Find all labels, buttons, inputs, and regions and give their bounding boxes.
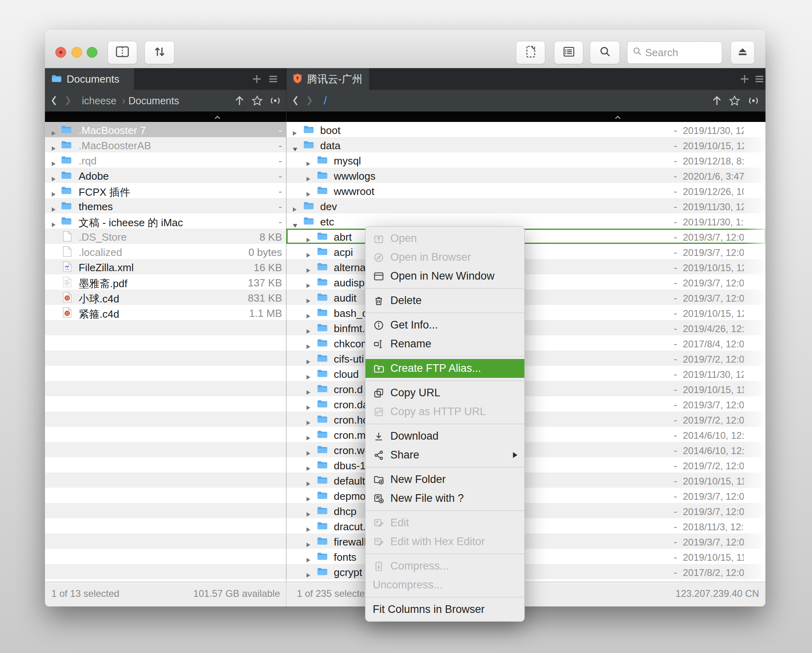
- remote-row[interactable]: wwwlogs-2020/1/6, 3:47: [286, 168, 765, 183]
- remote-row[interactable]: acpi-2019/3/7, 12:00: [286, 244, 765, 259]
- menu-item-fit-columns-in-browser[interactable]: Fit Columns in Browser: [365, 600, 524, 619]
- quick-preview-button[interactable]: [516, 41, 545, 64]
- file-row[interactable]: .localized0 bytes: [45, 244, 286, 259]
- remote-row[interactable]: wwwroot-2019/12/26, 10:: [286, 183, 765, 198]
- remote-row[interactable]: binfmt.-2019/4/26, 12:0: [286, 320, 765, 335]
- folder-icon: [317, 383, 328, 395]
- remote-row[interactable]: firewall-2019/3/7, 12:00: [286, 533, 765, 549]
- remote-row[interactable]: dhcp-2019/3/7, 12:00: [286, 503, 765, 518]
- menu-item-download[interactable]: Download: [365, 427, 524, 446]
- remote-row[interactable]: cloud-2019/11/30, 12:: [286, 366, 765, 381]
- folder-icon: [317, 551, 328, 563]
- remote-row[interactable]: cifs-uti-2019/7/2, 12:00: [286, 351, 765, 366]
- file-row[interactable]: .MacBoosterAB-: [45, 137, 286, 152]
- traffic-light-close[interactable]: [55, 47, 66, 58]
- file-date: 2019/3/7, 12:00: [683, 537, 744, 548]
- new-tab-icon[interactable]: [740, 73, 749, 87]
- tab-menu-icon[interactable]: [268, 73, 278, 87]
- remote-row[interactable]: data-2019/10/15, 12:: [286, 137, 765, 152]
- sort-caret-icon: [214, 114, 221, 122]
- file-row[interactable]: 紧箍.c4d1.1 MB: [45, 305, 286, 320]
- file-row[interactable]: 文稿 - icheese 的 iMac-: [45, 213, 286, 229]
- back-icon[interactable]: [51, 90, 58, 112]
- disconnect-button[interactable]: [731, 41, 755, 64]
- remote-path[interactable]: /: [324, 90, 327, 112]
- broadcast-icon[interactable]: [746, 90, 761, 112]
- column-header[interactable]: [45, 112, 765, 122]
- file-row[interactable]: 墨雅斋.pdf137 KB: [45, 274, 286, 290]
- menu-item-open-in-new-window[interactable]: Open in New Window: [365, 267, 524, 286]
- breadcrumb-parent[interactable]: icheese: [82, 90, 116, 112]
- remote-row[interactable]: dbus-1-2019/7/2, 12:00: [286, 457, 765, 473]
- traffic-light-zoom[interactable]: [87, 47, 97, 58]
- file-row[interactable]: FCPX 插件-: [45, 183, 286, 198]
- file-date: 2019/3/7, 12:00: [683, 491, 744, 502]
- parent-folder-icon[interactable]: [712, 90, 722, 112]
- remote-row[interactable]: default-2019/10/15, 11:5: [286, 473, 765, 488]
- menu-item-delete[interactable]: Delete: [365, 291, 524, 310]
- menu-item-new-file-with[interactable]: New File with ?: [365, 489, 524, 508]
- file-row[interactable]: themes-: [45, 198, 286, 213]
- remote-row[interactable]: audit-2019/3/7, 12:00: [286, 290, 765, 305]
- remote-row[interactable]: cron.d-2019/10/15, 11:5: [286, 381, 765, 396]
- file-row[interactable]: .rqd-: [45, 152, 286, 168]
- parent-folder-icon[interactable]: [234, 90, 245, 112]
- folder-icon: [61, 154, 72, 167]
- file-row[interactable]: FileZilla.xml16 KB: [45, 259, 286, 274]
- remote-row[interactable]: dracut.-2018/11/3, 12:0: [286, 518, 765, 533]
- new-tab-icon[interactable]: [252, 73, 262, 87]
- file-size: -: [661, 521, 677, 533]
- transfer-arrows-icon: [153, 46, 166, 59]
- split-view-button[interactable]: [108, 41, 137, 64]
- tab-menu-icon[interactable]: [754, 73, 765, 87]
- broadcast-icon[interactable]: [268, 90, 282, 112]
- file-row[interactable]: 小球.c4d831 KB: [45, 290, 286, 305]
- remote-row[interactable]: cron.da-2019/3/7, 12:00: [286, 396, 765, 412]
- transfers-button[interactable]: [144, 41, 175, 64]
- back-icon[interactable]: [292, 90, 299, 112]
- menu-item-rename[interactable]: Rename: [365, 335, 524, 353]
- doc-icon: [63, 231, 72, 245]
- remote-row[interactable]: boot-2019/11/30, 12:: [286, 122, 765, 137]
- remote-row[interactable]: cron.ho-2019/7/2, 12:00: [286, 412, 765, 427]
- remote-row[interactable]: etc-2019/11/30, 1:0: [286, 213, 765, 229]
- activity-list-button[interactable]: [554, 41, 583, 64]
- menu-item-get-info[interactable]: Get Info...: [365, 316, 524, 335]
- file-row[interactable]: Adobe-: [45, 168, 286, 183]
- remote-row[interactable]: cron.we-2014/6/10, 12:0: [286, 442, 765, 457]
- file-name: .localized: [79, 246, 122, 259]
- search-toggle-button[interactable]: [590, 41, 620, 64]
- remote-row[interactable]: fonts-2019/10/15, 11:5: [286, 549, 765, 564]
- remote-row[interactable]: gcrypt-2017/8/2, 12:00: [286, 564, 765, 579]
- menu-item-share[interactable]: Share: [365, 446, 524, 464]
- favorites-star-icon[interactable]: [251, 90, 263, 112]
- menu-item-copy-url[interactable]: Copy URL: [365, 383, 524, 402]
- search-input[interactable]: Search: [627, 41, 722, 64]
- remote-row[interactable]: dev-2019/11/30, 12:: [286, 198, 765, 213]
- remote-row[interactable]: abrt-2019/3/7, 12:00: [286, 229, 765, 244]
- file-row[interactable]: .MacBooster 7-: [45, 122, 286, 137]
- folder-icon: [317, 322, 328, 335]
- folder-icon: [317, 520, 328, 533]
- remote-row[interactable]: depmo-2019/3/7, 12:00: [286, 488, 765, 503]
- remote-row[interactable]: audisp-2019/3/7, 12:00: [286, 274, 765, 290]
- menu-item-create-ftp-alias[interactable]: Create FTP Alias...: [365, 359, 524, 378]
- favorites-star-icon[interactable]: [729, 90, 741, 112]
- remote-row[interactable]: mysql-2019/12/18, 8:4: [286, 152, 765, 168]
- tab-remote-server[interactable]: 腾讯云-广州: [286, 68, 369, 90]
- remote-row[interactable]: bash_c-2019/10/15, 12:: [286, 305, 765, 320]
- tab-documents[interactable]: Documents: [45, 68, 134, 90]
- menu-item-edit-with-hex-editor: Edit with Hex Editor: [365, 532, 524, 551]
- remote-row[interactable]: alterna-2019/10/15, 12:: [286, 259, 765, 274]
- traffic-light-minimize[interactable]: [71, 47, 82, 58]
- file-name: Adobe: [79, 170, 109, 183]
- forward-icon[interactable]: [306, 90, 313, 112]
- file-name: chkcon: [334, 338, 367, 350]
- remote-row[interactable]: cron.m-2014/6/10, 12:0: [286, 427, 765, 442]
- file-row[interactable]: .DS_Store8 KB: [45, 229, 286, 244]
- remote-row[interactable]: chkcon-2017/8/4, 12:00: [286, 335, 765, 351]
- forward-icon[interactable]: [64, 90, 71, 112]
- breadcrumb-current[interactable]: Documents: [128, 90, 179, 112]
- menu-item-label: Open: [390, 232, 417, 245]
- menu-item-new-folder[interactable]: New Folder: [365, 470, 524, 489]
